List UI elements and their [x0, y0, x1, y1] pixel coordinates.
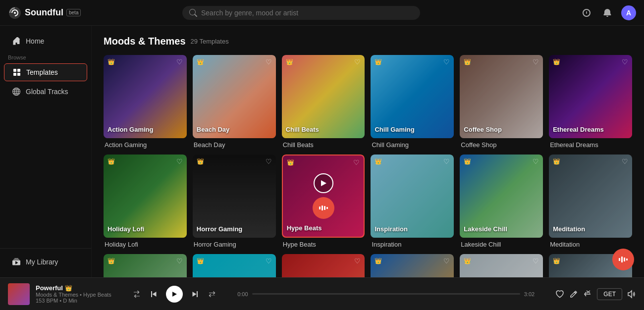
section-count: 29 Templates	[191, 38, 229, 45]
template-card-horror-gaming[interactable]: 👑 ♡ Horror Gaming Horror Gaming	[193, 155, 276, 248]
card-image: 👑 ♡ Inspiration	[371, 155, 454, 238]
card-name: Horror Gaming	[193, 241, 276, 248]
shuffle-button[interactable]	[132, 290, 141, 299]
card-image: 👑 ♡ Beach Day	[193, 55, 276, 138]
card-heart-icon[interactable]: ♡	[266, 157, 272, 165]
template-card-ethereal-dreams[interactable]: 👑 ♡ Ethereal Dreams Ethereal Dreams	[549, 55, 632, 149]
card-heart-icon[interactable]: ♡	[266, 257, 272, 265]
card-crown-icon: 👑	[197, 58, 204, 65]
beta-badge: beta	[66, 9, 81, 16]
progress-area: 0:00 3:02	[237, 291, 535, 297]
help-icon[interactable]	[580, 6, 593, 20]
card-overlay	[104, 254, 187, 277]
sidebar-item-templates[interactable]: Templates	[4, 63, 87, 81]
card-label: Inspiration	[375, 225, 450, 234]
template-card-lakeside-chill[interactable]: 👑 ♡ Lakeside Chill Lakeside Chill	[460, 155, 543, 248]
card-image: 👑 ♡ Hype Beats	[282, 155, 365, 238]
home-icon	[12, 37, 21, 46]
card-crown-icon: 👑	[197, 258, 204, 264]
template-card-inspiration[interactable]: 👑 ♡ Inspiration Inspiration	[371, 155, 454, 248]
get-button[interactable]: GET	[597, 288, 622, 300]
play-pause-button[interactable]	[166, 286, 183, 303]
player-sub: Moods & Themes • Hype Beats	[36, 292, 111, 298]
player-bpm: 153 BPM • D Min	[36, 298, 111, 304]
svg-rect-7	[324, 206, 325, 210]
favorite-button[interactable]	[555, 290, 564, 299]
template-card-picnic-in-the-park[interactable]: 👑 ♡ Picnic in the Park Picnic in the Par…	[104, 254, 187, 277]
card-image: 👑 ♡ Horror Gaming	[193, 155, 276, 238]
card-crown-icon: 👑	[107, 158, 115, 165]
template-card-real-estate[interactable]: 👑 ♡ Real Estate Real Estate	[371, 254, 454, 277]
card-heart-icon[interactable]: ♡	[354, 58, 361, 66]
card-heart-icon[interactable]: ♡	[443, 257, 450, 265]
card-heart-icon[interactable]: ♡	[176, 257, 183, 265]
card-image: 👑 ♡ Relaxation	[460, 254, 543, 277]
template-card-holiday-lofi[interactable]: 👑 ♡ Holiday Lofi Holiday Lofi	[104, 155, 187, 248]
sidebar-browse-label: Browse	[0, 51, 91, 62]
card-heart-icon[interactable]: ♡	[354, 257, 361, 265]
player-info: Powerful 👑 Moods & Themes • Hype Beats 1…	[36, 284, 111, 304]
card-heart-icon[interactable]: ♡	[443, 157, 450, 165]
card-name: Chill Beats	[282, 141, 365, 149]
card-heart-icon[interactable]: ♡	[266, 58, 272, 66]
player-controls	[132, 286, 216, 303]
card-label: Coffee Shop	[464, 126, 539, 134]
share-button[interactable]	[583, 290, 592, 299]
card-play-button[interactable]	[314, 173, 333, 193]
main-layout: Home Browse Templates Global Tracks	[0, 26, 644, 277]
edit-button[interactable]	[569, 290, 578, 299]
fab-soundwave-button[interactable]	[612, 249, 634, 270]
next-button[interactable]	[191, 290, 200, 299]
template-card-action-gaming[interactable]: 👑 ♡ Action Gaming Action Gaming	[104, 55, 187, 149]
card-heart-icon[interactable]: ♡	[533, 157, 539, 165]
progress-bar[interactable]	[252, 293, 520, 295]
template-card-hype-beats[interactable]: 👑 ♡ Hype Beats	[282, 155, 365, 248]
card-heart-icon[interactable]: ♡	[533, 257, 539, 265]
card-heart-icon[interactable]: ♡	[533, 58, 539, 66]
volume-icon[interactable]	[627, 290, 636, 299]
card-heart-icon[interactable]: ♡	[622, 157, 628, 165]
template-card-meditation[interactable]: 👑 ♡ Meditation Meditation	[549, 155, 632, 248]
player-right: GET	[555, 288, 636, 300]
logo-area: Soundful beta	[8, 6, 100, 20]
sidebar-home-label: Home	[26, 37, 44, 45]
card-heart-icon[interactable]: ♡	[176, 157, 183, 165]
card-heart-icon[interactable]: ♡	[443, 58, 450, 66]
card-image: ♡ Racing Gaming	[282, 254, 365, 277]
card-heart-icon[interactable]: ♡	[622, 58, 628, 66]
card-crown-icon: 👑	[107, 58, 115, 65]
notifications-icon[interactable]	[600, 6, 614, 20]
sidebar-bottom: My Library	[0, 248, 91, 271]
card-soundwave-button[interactable]	[313, 197, 334, 219]
sidebar-global-tracks-label: Global Tracks	[26, 88, 68, 96]
player-crown-icon: 👑	[65, 285, 72, 292]
sidebar-item-home[interactable]: Home	[4, 33, 87, 50]
template-card-pool-party[interactable]: 👑 ♡ Pool Party Pool Party	[193, 254, 276, 277]
sidebar-item-global-tracks[interactable]: Global Tracks	[4, 83, 87, 100]
template-card-chill-beats[interactable]: 👑 ♡ Chill Beats Chill Beats	[282, 55, 365, 149]
card-crown-icon: 👑	[197, 158, 204, 165]
template-card-relaxation[interactable]: 👑 ♡ Relaxation Relaxation	[460, 254, 543, 277]
sidebar-item-my-library[interactable]: My Library	[4, 254, 87, 270]
template-card-chill-gaming[interactable]: 👑 ♡ Chill Gaming Chill Gaming	[371, 55, 454, 149]
section-title: Moods & Themes	[104, 36, 186, 47]
card-label: Holiday Lofi	[107, 225, 183, 234]
template-card-racing-gaming[interactable]: ♡ Racing Gaming Racing Gaming	[282, 254, 365, 277]
template-card-coffee-shop[interactable]: 👑 ♡ Coffee Shop Coffee Shop	[460, 55, 543, 149]
card-name: Action Gaming	[104, 141, 187, 149]
library-icon	[12, 258, 21, 266]
card-name: Beach Day	[193, 141, 276, 149]
repeat-button[interactable]	[208, 290, 216, 299]
section-header: Moods & Themes 29 Templates	[104, 36, 632, 47]
templates-icon	[12, 68, 21, 77]
card-overlay	[460, 254, 543, 277]
search-input[interactable]	[201, 9, 413, 17]
template-card-beach-day[interactable]: 👑 ♡ Beach Day Beach Day	[193, 55, 276, 149]
user-avatar[interactable]: A	[621, 5, 636, 20]
card-label: Beach Day	[197, 126, 272, 134]
svg-rect-9	[619, 258, 620, 261]
card-name: Lakeside Chill	[460, 241, 543, 248]
card-heart-icon[interactable]: ♡	[176, 58, 183, 66]
prev-button[interactable]	[149, 290, 158, 299]
card-image: 👑 ♡ Lakeside Chill	[460, 155, 543, 238]
